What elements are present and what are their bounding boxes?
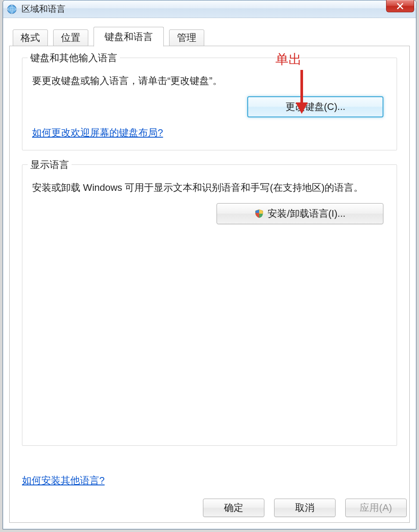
welcome-screen-keyboard-link[interactable]: 如何更改欢迎屏幕的键盘布局?: [32, 126, 163, 139]
globe-icon: [7, 4, 17, 15]
group-display-language-title: 显示语言: [28, 158, 72, 171]
tab-panel: 键盘和其他输入语言 要更改键盘或输入语言，请单击“更改键盘”。 更改键盘(C).…: [9, 46, 410, 523]
close-button[interactable]: [386, 0, 414, 12]
install-uninstall-languages-button[interactable]: 安装/卸载语言(I)...: [217, 203, 383, 224]
svg-marker-3: [296, 102, 308, 114]
install-uninstall-languages-label: 安装/卸载语言(I)...: [267, 207, 345, 220]
tab-format[interactable]: 格式: [13, 29, 48, 46]
how-to-install-other-languages-link[interactable]: 如何安装其他语言?: [22, 474, 105, 487]
group-keyboards-title: 键盘和其他输入语言: [28, 51, 120, 65]
group-display-language: 显示语言 安装或卸载 Windows 可用于显示文本和识别语音和手写(在支持地区…: [22, 164, 397, 446]
group-display-language-desc: 安装或卸载 Windows 可用于显示文本和识别语音和手写(在支持地区)的语言。: [32, 180, 387, 195]
dialog-footer: 确定 取消 应用(A): [10, 499, 409, 517]
uac-shield-icon: [254, 209, 264, 219]
tab-keyboards-languages[interactable]: 键盘和语言: [94, 27, 164, 47]
annotation-label: 单出: [275, 51, 302, 69]
ok-button[interactable]: 确定: [203, 499, 264, 517]
cancel-button[interactable]: 取消: [274, 499, 336, 517]
close-icon: [396, 2, 404, 10]
titlebar: 区域和语言: [3, 0, 416, 18]
group-keyboards-desc: 要更改键盘或输入语言，请单击“更改键盘”。: [32, 73, 387, 88]
apply-button[interactable]: 应用(A): [345, 499, 407, 517]
change-keyboards-button[interactable]: 更改键盘(C)...: [247, 96, 383, 117]
tab-admin[interactable]: 管理: [169, 29, 204, 46]
dialog-window: 区域和语言 格式 位置 键盘和语言 管理 键盘和其他输入语言 要更改键盘或输入语…: [3, 0, 416, 529]
tab-location[interactable]: 位置: [53, 29, 88, 46]
content-area: 格式 位置 键盘和语言 管理 键盘和其他输入语言 要更改键盘或输入语言，请单击“…: [9, 27, 410, 523]
annotation-arrow-icon: [294, 68, 311, 117]
tab-strip: 格式 位置 键盘和语言 管理: [9, 27, 410, 46]
window-title: 区域和语言: [22, 3, 65, 15]
group-keyboards: 键盘和其他输入语言 要更改键盘或输入语言，请单击“更改键盘”。 更改键盘(C).…: [22, 58, 397, 150]
